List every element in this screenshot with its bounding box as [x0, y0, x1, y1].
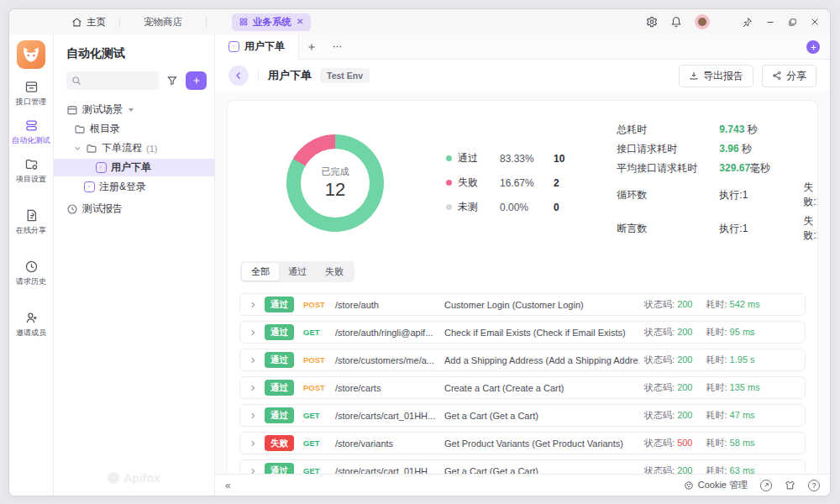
pin-window-icon[interactable]	[742, 17, 753, 28]
search-input[interactable]	[66, 71, 159, 90]
http-method: POST	[303, 355, 335, 365]
more-tabs-button[interactable]	[324, 34, 349, 59]
test-result-row[interactable]: 失败 GET /store/variants Get Product Varia…	[239, 432, 806, 454]
project-tab-business-active[interactable]: 业务系统 ✕	[232, 13, 311, 31]
sidebar-item-request-history[interactable]: 请求历史	[9, 260, 53, 287]
automated-testing-icon	[24, 118, 39, 133]
download-icon	[689, 71, 699, 81]
test-result-row[interactable]: 通过 POST /store/carts Create a Cart (Crea…	[239, 376, 806, 399]
http-method: POST	[303, 383, 335, 392]
apifox-logo-icon	[108, 472, 119, 484]
legend-dot-untested	[446, 204, 452, 210]
row-metrics: 状态码: 200 耗时: 1.95 s	[644, 354, 755, 366]
collapse-sidebar-button[interactable]: «	[225, 480, 231, 491]
request-name: Get Product Variants (Get Product Varian…	[444, 438, 639, 449]
cookie-manager-button[interactable]: Cookie 管理	[684, 479, 748, 491]
theme-skin-icon[interactable]	[785, 480, 795, 491]
home-tab[interactable]: 主页	[71, 16, 106, 29]
expand-chevron-icon[interactable]	[249, 356, 257, 365]
expand-chevron-icon[interactable]	[249, 467, 257, 475]
tree-item-scenario-other[interactable]: 注册&登录	[54, 178, 214, 196]
help-icon[interactable]: ?	[808, 480, 820, 491]
project-logo-fox[interactable]	[17, 40, 45, 69]
expand-chevron-icon[interactable]	[249, 412, 257, 420]
tree-item-scenario-selected[interactable]: 用户下单	[54, 159, 214, 176]
http-method: GET	[303, 466, 335, 474]
test-scenarios-panel: 自动化测试 测试场景 根目录	[54, 34, 215, 496]
online-sharing-icon	[24, 208, 39, 223]
donut-center-value: 12	[325, 179, 345, 201]
http-method: POST	[303, 300, 335, 309]
row-metrics: 状态码: 200 耗时: 63 ms	[644, 465, 755, 474]
sidebar-item-automated-testing[interactable]: 自动化测试	[9, 118, 53, 146]
user-avatar[interactable]	[695, 14, 710, 29]
status-badge: 通过	[265, 324, 294, 340]
window-titlebar: 主页 宠物商店 业务系统 ✕	[9, 9, 830, 34]
sidebar-item-api-management[interactable]: 接口管理	[9, 80, 53, 108]
export-report-button[interactable]: 导出报告	[679, 65, 753, 87]
row-metrics: 状态码: 200 耗时: 542 ms	[644, 298, 760, 311]
test-result-row[interactable]: 通过 GET /store/auth/ringli@apif... Check …	[239, 321, 806, 344]
tree-item-test-reports[interactable]: 测试报告	[54, 200, 214, 218]
expand-chevron-icon[interactable]	[249, 384, 257, 392]
filter-funnel-icon[interactable]	[165, 73, 180, 88]
sidebar-item-invite-members[interactable]: 邀请成员	[9, 311, 53, 339]
doc-tab-active[interactable]: 用户下单	[215, 34, 299, 60]
summary-stats: 总耗时 9.743 秒 接口请求耗时 3.96 秒 平均接口请求耗时 329.6…	[617, 123, 818, 243]
row-metrics: 状态码: 200 耗时: 135 ms	[644, 381, 760, 394]
legend-item-pass: 通过 83.33% 10	[446, 151, 564, 165]
test-result-row[interactable]: 通过 GET /store/carts/cart_01HH... Get a C…	[239, 459, 806, 474]
titlebar-divider	[119, 17, 120, 28]
new-tab-button[interactable]	[299, 34, 324, 59]
tree-item-scenarios[interactable]: 测试场景	[54, 101, 214, 118]
expand-chevron-icon[interactable]	[249, 439, 257, 448]
tree-item-root-folder[interactable]: 根目录	[54, 120, 214, 138]
test-result-row[interactable]: 通过 POST /store/customers/me/a... Add a S…	[239, 349, 806, 371]
http-method: GET	[303, 411, 335, 420]
main-area: 用户下单 用户下单 Test Env 导出报告	[215, 34, 830, 496]
request-path: /store/customers/me/a...	[335, 355, 441, 365]
test-result-row[interactable]: 通过 POST /store/auth Customer Login (Cust…	[239, 293, 806, 316]
settings-gear-icon[interactable]	[646, 16, 658, 28]
request-path: /store/carts/cart_01HH...	[335, 466, 441, 475]
test-results-list: 通过 POST /store/auth Customer Login (Cust…	[239, 293, 806, 474]
donut-chart: 已完成 12	[286, 134, 384, 232]
sidebar-item-online-sharing[interactable]: 在线分享	[9, 208, 53, 236]
request-path: /store/auth/ringli@apif...	[335, 328, 441, 338]
back-button[interactable]	[228, 66, 249, 86]
api-management-icon	[24, 80, 39, 94]
minimize-window-icon[interactable]	[765, 17, 775, 27]
close-tab-icon[interactable]: ✕	[297, 18, 303, 26]
test-result-row[interactable]: 通过 GET /store/carts/cart_01HH... Get a C…	[239, 404, 806, 427]
filter-tab-fail[interactable]: 失败	[316, 263, 353, 281]
project-tab-petstore[interactable]: 宠物商店	[134, 13, 192, 31]
expand-chevron-icon[interactable]	[249, 328, 257, 337]
scenarios-box-icon	[66, 104, 78, 116]
close-window-icon[interactable]	[810, 17, 820, 27]
maximize-window-icon[interactable]	[788, 18, 797, 27]
expand-chevron-icon[interactable]	[249, 301, 257, 309]
titlebar-divider	[206, 17, 207, 28]
notifications-bell-icon[interactable]	[670, 16, 682, 28]
document-tab-strip: 用户下单	[215, 34, 830, 60]
status-badge: 失败	[265, 435, 294, 451]
report-title: 用户下单	[268, 68, 312, 83]
sidebar-item-project-settings[interactable]: 项目设置	[9, 157, 53, 185]
filter-tab-pass[interactable]: 通过	[279, 263, 316, 281]
share-button[interactable]: 分享	[762, 65, 816, 87]
row-metrics: 状态码: 200 耗时: 95 ms	[644, 326, 755, 339]
request-path: /store/variants	[335, 438, 441, 449]
folder-icon	[86, 143, 97, 155]
send-feedback-icon[interactable]	[760, 480, 772, 491]
filter-tab-all[interactable]: 全部	[242, 263, 279, 281]
report-header: 用户下单 Test Env 导出报告 分享	[215, 60, 830, 92]
http-method: GET	[303, 328, 335, 337]
request-name: Get a Cart (Get a Cart)	[444, 411, 639, 421]
search-icon	[71, 76, 81, 86]
home-icon	[71, 17, 82, 28]
layout-toggle-icon[interactable]	[806, 40, 820, 54]
add-scenario-button[interactable]	[186, 71, 207, 90]
request-name: Add a Shipping Address (Add a Shipping A…	[444, 355, 639, 365]
request-path: /store/auth	[335, 300, 441, 310]
tree-item-flow-folder[interactable]: 下单流程 (1)	[54, 139, 214, 157]
